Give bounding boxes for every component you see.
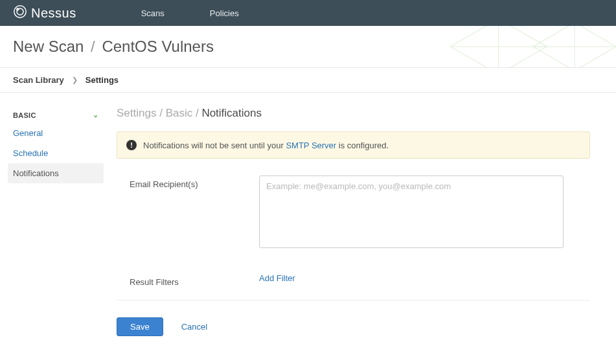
subnav: Scan Library ❯ Settings xyxy=(0,68,616,93)
topbar: Nessus Scans Policies xyxy=(0,0,616,26)
crumb-sep: / xyxy=(159,107,165,119)
title-separator: / xyxy=(91,38,95,55)
sidebar-item-label: General xyxy=(13,128,43,138)
crumb-settings: Settings xyxy=(117,107,156,119)
notice-text: Notifications will not be sent until you… xyxy=(143,141,389,150)
svg-point-0 xyxy=(14,5,26,17)
smtp-server-link[interactable]: SMTP Server xyxy=(286,141,336,150)
nessus-icon xyxy=(13,5,27,22)
divider xyxy=(117,300,590,301)
sidebar-item-schedule[interactable]: Schedule xyxy=(8,143,104,163)
email-recipients-label: Email Recipient(s) xyxy=(130,176,259,189)
svg-point-2 xyxy=(16,8,19,10)
crumb-basic: Basic xyxy=(166,107,193,119)
subnav-settings[interactable]: Settings xyxy=(86,75,119,85)
subnav-scan-library[interactable]: Scan Library xyxy=(13,75,64,85)
sidebar-item-notifications[interactable]: Notifications xyxy=(8,163,104,183)
brand-text: Nessus xyxy=(31,6,76,21)
main: BASIC ⌄ General Schedule Notifications S… xyxy=(0,93,616,336)
crumb-notifications: Notifications xyxy=(201,107,262,119)
chevron-right-icon: ❯ xyxy=(72,76,78,84)
topnav: Scans Policies xyxy=(141,8,239,18)
settings-sidebar: BASIC ⌄ General Schedule Notifications xyxy=(0,107,117,336)
page-title: New Scan / CentOS Vulners xyxy=(13,38,616,56)
sidebar-item-general[interactable]: General xyxy=(8,123,104,143)
title-main: New Scan xyxy=(13,38,84,55)
crumb-sep: / xyxy=(196,107,201,119)
form-actions: Save Cancel xyxy=(117,317,590,336)
sidebar-item-label: Notifications xyxy=(13,168,59,178)
sidebar-section-basic[interactable]: BASIC ⌄ xyxy=(8,107,104,123)
email-recipients-input[interactable] xyxy=(259,176,564,248)
add-filter-link[interactable]: Add Filter xyxy=(259,273,295,283)
result-filters-label: Result Filters xyxy=(130,273,259,287)
row-result-filters: Result Filters Add Filter xyxy=(117,273,590,287)
brand-logo[interactable]: Nessus xyxy=(13,5,76,22)
row-email-recipients: Email Recipient(s) xyxy=(117,176,590,250)
notice-post: is configured. xyxy=(336,141,389,150)
cancel-button[interactable]: Cancel xyxy=(181,322,207,332)
content-breadcrumb: Settings / Basic / Notifications xyxy=(117,107,590,120)
content: Settings / Basic / Notifications ! Notif… xyxy=(117,107,616,336)
topnav-policies[interactable]: Policies xyxy=(210,8,239,18)
sidebar-section-label: BASIC xyxy=(13,111,36,119)
title-sub: CentOS Vulners xyxy=(102,38,214,55)
topnav-scans[interactable]: Scans xyxy=(141,8,165,18)
sidebar-item-label: Schedule xyxy=(13,148,48,158)
notice-pre: Notifications will not be sent until you… xyxy=(143,141,286,150)
page-header: New Scan / CentOS Vulners xyxy=(0,26,616,68)
chevron-down-icon: ⌄ xyxy=(93,111,98,119)
warning-icon: ! xyxy=(126,140,137,150)
smtp-warning: ! Notifications will not be sent until y… xyxy=(117,131,590,159)
save-button[interactable]: Save xyxy=(117,317,163,336)
